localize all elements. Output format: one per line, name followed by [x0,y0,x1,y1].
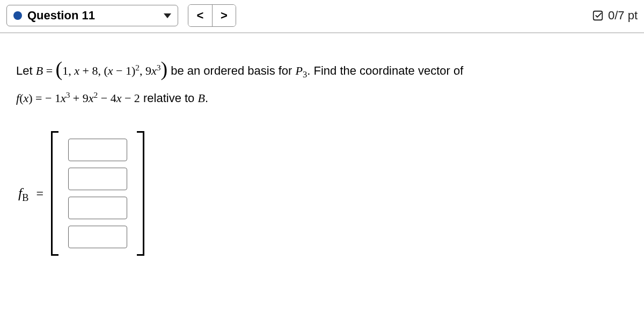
chevron-down-icon [164,13,171,18]
paren-close: ) [160,57,167,80]
sup-2: 2 [135,63,140,72]
var-x: x [61,92,66,105]
basis-1: 1, [62,64,74,77]
text: . Find the coordinate vector of [307,64,463,77]
question-selector[interactable]: Question 11 [6,5,178,26]
problem-statement: Let B = (1, x + 8, (x − 1)2, 9x3) be an … [16,48,631,110]
equals: = [36,182,43,206]
basis-2x: x [74,64,79,77]
var-x: x [89,92,94,105]
vector-entry-1[interactable] [68,139,127,161]
basis-2rest: + 8, ( [79,64,108,77]
question-header: Question 11 < > 0/7 pt [0,0,644,33]
chevron-right-icon: > [221,9,228,23]
score-display: 0/7 pt [592,9,638,23]
nav-button-group: < > [188,4,236,27]
coef: − 1 [45,92,61,105]
equals: = [33,92,45,105]
chevron-left-icon: < [197,9,204,23]
vector-cells [58,131,137,256]
sub-3: 3 [303,69,307,80]
answer-area: fB = [18,131,631,256]
checkbox-icon [592,10,604,21]
question-label: Question 11 [27,9,95,23]
vector-entry-2[interactable] [68,168,127,190]
question-body: Let B = (1, x + 8, (x − 1)2, 9x3) be an … [0,33,644,266]
bracket-right-icon [137,131,144,256]
text: be an ordered basis for [167,64,295,77]
paren-open: ( [56,57,63,80]
basis-3x: x [108,64,113,77]
text: relative to [140,92,198,105]
coef: + 9 [70,92,88,105]
answer-label: fB [18,180,28,207]
svg-rect-0 [594,11,603,20]
var-P: P [296,64,303,77]
status-dot-icon [13,11,22,20]
score-text: 0/7 pt [608,9,638,23]
text: Let [16,64,36,77]
basis-4x: x [151,64,157,77]
text: . [205,92,208,105]
coef: − 4 [98,92,116,105]
vector-entry-3[interactable] [68,197,127,219]
paren: ) [28,92,32,105]
basis-sep: , 9 [140,64,151,77]
basis-3rest: − 1) [113,64,136,77]
var-x: x [23,92,28,105]
vector-matrix [51,131,144,256]
prev-question-button[interactable]: < [188,5,212,26]
bracket-left-icon [51,131,58,256]
var-B: B [197,92,204,105]
vector-entry-4[interactable] [68,226,127,248]
sub-B: B [22,192,28,203]
var-B: B [36,64,43,77]
next-question-button[interactable]: > [212,5,236,26]
coef: − 2 [121,92,140,105]
equals: = [43,64,55,77]
var-x: x [116,92,122,105]
